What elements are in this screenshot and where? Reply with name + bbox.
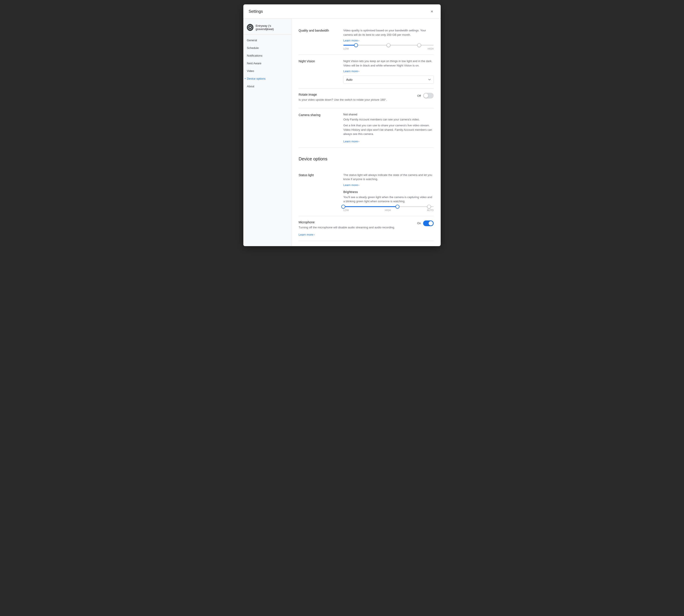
sidebar-item-about[interactable]: About — [243, 83, 291, 90]
camera-sharing-content: Not shared Only Family Account members c… — [343, 113, 434, 143]
rotate-image-status: Off — [417, 94, 421, 97]
device-options-title: Device options — [299, 156, 434, 161]
sidebar-item-nest-aware[interactable]: Nest Aware — [243, 60, 291, 67]
sidebar-item-video[interactable]: Video — [243, 67, 291, 75]
close-button[interactable]: × — [428, 8, 435, 15]
brightness-slider-track[interactable] — [343, 206, 434, 207]
brightness-label-low: LOW — [343, 209, 349, 212]
brightness-slider-fill — [343, 206, 397, 207]
sidebar-label-general: General — [247, 39, 257, 42]
quality-bandwidth-label: Quality and bandwidth — [299, 28, 338, 50]
microphone-learn-more[interactable]: Learn more — [299, 233, 315, 236]
camera-sharing-row: Camera sharing Not shared Only Family Ac… — [299, 108, 434, 148]
camera-sharing-desc2: Get a link that you can use to share you… — [343, 123, 434, 136]
quality-bandwidth-slider: LOW HIGH — [343, 45, 434, 50]
microphone-label: Microphone — [299, 220, 417, 224]
modal-body: Entryway ('s gravendijkwal) General Sche… — [243, 19, 441, 246]
rotate-image-desc: Is your video upside down? Use the switc… — [299, 97, 417, 102]
qb-label-low: LOW — [343, 47, 349, 50]
quality-bandwidth-row: Quality and bandwidth Video quality is o… — [299, 24, 434, 54]
sidebar-label-about: About — [247, 85, 254, 88]
camera-sharing-status: Not shared — [343, 113, 434, 116]
quality-bandwidth-desc: Video quality is optimised based on your… — [343, 28, 434, 37]
rotate-toggle-knob — [424, 93, 428, 98]
status-light-row: Status light The status light will alway… — [299, 169, 434, 216]
status-light-label: Status light — [299, 173, 338, 212]
brightness-slider: LOW HIGH AUTO — [343, 206, 434, 212]
camera-sharing-desc1: Only Family Account members can see your… — [343, 117, 434, 122]
modal-overlay: Settings × Entryway ('s gravendijkwal) G… — [0, 0, 684, 616]
sidebar-label-schedule: Schedule — [247, 46, 259, 49]
microphone-right: On — [417, 220, 434, 226]
quality-bandwidth-learn-more[interactable]: Learn more — [343, 39, 359, 42]
night-vision-label: Night Vision — [299, 59, 338, 84]
modal-title: Settings — [249, 9, 263, 14]
camera-sharing-learn-more[interactable]: Learn more — [343, 140, 359, 143]
brightness-thumb-1[interactable] — [341, 205, 345, 208]
settings-modal: Settings × Entryway ('s gravendijkwal) G… — [243, 4, 441, 246]
device-options-section-header: Device options — [299, 148, 434, 169]
night-vision-dropdown[interactable]: Auto On Off — [343, 75, 434, 84]
sidebar-label-notifications: Notifications — [247, 54, 263, 57]
sidebar-item-device-options[interactable]: Device options — [243, 75, 291, 83]
qb-slider-labels: LOW HIGH — [343, 47, 434, 50]
night-vision-desc: Night Vision lets you keep an eye on thi… — [343, 59, 434, 68]
microphone-toggle[interactable] — [423, 220, 434, 226]
sidebar-label-device-options: Device options — [247, 77, 266, 80]
rotate-image-row: Rotate image Is your video upside down? … — [299, 88, 434, 108]
qb-slider-track[interactable] — [343, 45, 434, 46]
modal-header: Settings × — [243, 4, 441, 19]
qb-thumb-3[interactable] — [417, 43, 421, 47]
night-vision-content: Night Vision lets you keep an eye on thi… — [343, 59, 434, 84]
qb-label-high: HIGH — [428, 47, 434, 50]
main-content: Quality and bandwidth Video quality is o… — [292, 19, 441, 246]
brightness-thumb-2[interactable] — [395, 205, 400, 208]
sidebar-item-general[interactable]: General — [243, 37, 291, 44]
svg-point-1 — [250, 27, 251, 28]
device-avatar — [247, 24, 253, 31]
brightness-thumb-3[interactable] — [427, 205, 431, 208]
night-vision-learn-more[interactable]: Learn more — [343, 69, 359, 73]
brightness-label-auto: AUTO — [427, 209, 434, 212]
qb-thumb-2[interactable] — [387, 43, 390, 47]
sidebar-item-schedule[interactable]: Schedule — [243, 44, 291, 52]
sidebar-item-notifications[interactable]: Notifications — [243, 52, 291, 60]
brightness-section: Brightness You'll see a steady green lig… — [343, 190, 434, 212]
sidebar-device: Entryway ('s gravendijkwal) — [243, 22, 291, 35]
brightness-slider-labels: LOW HIGH AUTO — [343, 209, 434, 212]
device-name: Entryway ('s gravendijkwal) — [256, 24, 288, 31]
sidebar-label-video: Video — [247, 69, 254, 73]
status-light-learn-more[interactable]: Learn more — [343, 183, 359, 187]
brightness-label: Brightness — [343, 190, 434, 194]
sidebar-label-nest-aware: Nest Aware — [247, 62, 261, 65]
rotate-image-right: Off — [417, 93, 434, 98]
microphone-row: Microphone Turning off the microphone wi… — [299, 216, 434, 241]
sidebar: Entryway ('s gravendijkwal) General Sche… — [243, 19, 292, 246]
status-light-content: The status light will always indicate th… — [343, 173, 434, 212]
microphone-status: On — [417, 222, 421, 225]
microphone-left: Microphone Turning off the microphone wi… — [299, 220, 417, 237]
night-vision-row: Night Vision Night Vision lets you keep … — [299, 54, 434, 88]
microphone-toggle-knob — [429, 221, 433, 225]
brightness-desc: You'll see a steady green light when the… — [343, 195, 434, 203]
status-light-desc: The status light will always indicate th… — [343, 173, 434, 181]
quality-bandwidth-content: Video quality is optimised based on your… — [343, 28, 434, 50]
rotate-image-toggle[interactable] — [423, 93, 434, 98]
rotate-image-label: Rotate image — [299, 93, 417, 96]
qb-thumb-1[interactable] — [354, 43, 358, 47]
microphone-desc: Turning off the microphone will disable … — [299, 225, 417, 230]
rotate-image-left: Rotate image Is your video upside down? … — [299, 93, 417, 104]
camera-sharing-label: Camera sharing — [299, 113, 338, 143]
brightness-label-high: HIGH — [385, 209, 391, 212]
